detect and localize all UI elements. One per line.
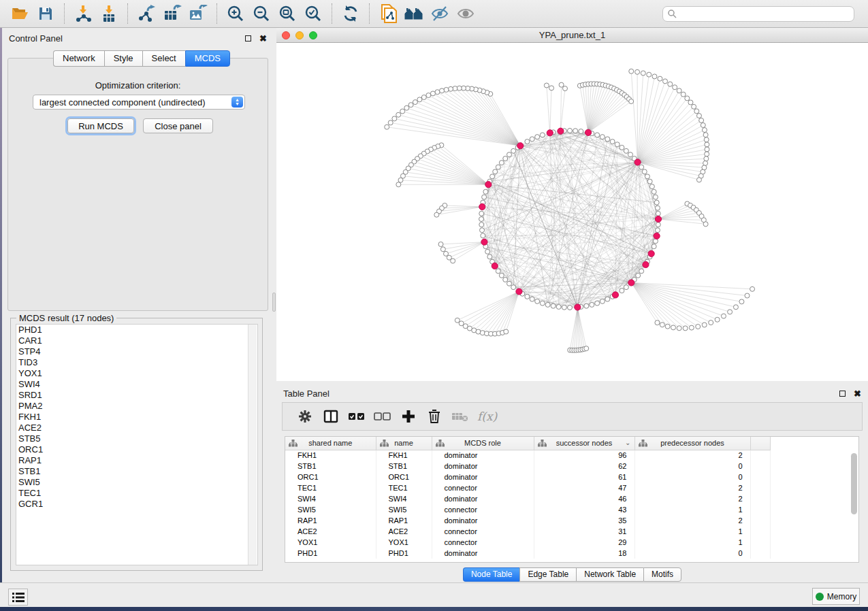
cell: 0 bbox=[634, 461, 750, 472]
network-window-title: YPA_prune.txt_1 bbox=[276, 30, 868, 40]
tab-edge-table[interactable]: Edge Table bbox=[519, 567, 576, 582]
run-mcds-button[interactable]: Run MCDS bbox=[67, 118, 134, 133]
mcds-result-item[interactable]: PMA2 bbox=[16, 401, 257, 412]
table-row[interactable]: RAP1RAP1dominator352 bbox=[285, 515, 770, 526]
dropdown-stepper-icon: ▲▼ bbox=[231, 97, 243, 108]
column-header[interactable]: shared name bbox=[285, 437, 376, 450]
table-row[interactable]: SWI4SWI4dominator462 bbox=[285, 493, 770, 504]
export-network-icon[interactable] bbox=[133, 2, 159, 25]
mcds-list-scrollbar[interactable] bbox=[248, 325, 257, 565]
table-row[interactable]: ORC1ORC1dominator610 bbox=[285, 472, 770, 482]
task-history-button[interactable] bbox=[8, 589, 28, 606]
cell: 43 bbox=[534, 504, 634, 515]
cell: connector bbox=[432, 526, 534, 537]
mcds-result-item[interactable]: TEC1 bbox=[16, 488, 257, 499]
refresh-icon[interactable] bbox=[338, 2, 364, 25]
mcds-result-item[interactable]: STB1 bbox=[16, 466, 257, 477]
zoom-out-icon[interactable] bbox=[248, 2, 274, 25]
table-panel: Table Panel ✖ bbox=[276, 383, 868, 582]
first-neighbors-icon[interactable] bbox=[401, 2, 427, 25]
table-row[interactable]: YOX1YOX1connector291 bbox=[285, 537, 770, 548]
search-icon bbox=[667, 9, 677, 18]
cell: 1 bbox=[634, 526, 750, 537]
tab-node-table[interactable]: Node Table bbox=[463, 567, 520, 582]
table-row[interactable]: STB1STB1dominator620 bbox=[285, 461, 770, 472]
search-input[interactable] bbox=[677, 9, 840, 18]
close-panel-icon[interactable]: ✖ bbox=[259, 35, 267, 42]
float-panel-icon[interactable] bbox=[839, 391, 846, 397]
deselect-all-icon[interactable] bbox=[370, 405, 396, 428]
cell: 1 bbox=[634, 504, 750, 515]
zoom-fit-icon[interactable] bbox=[274, 2, 300, 25]
close-panel-icon[interactable]: ✖ bbox=[854, 391, 861, 397]
mcds-result-item[interactable]: STB5 bbox=[16, 433, 257, 444]
memory-status-icon bbox=[816, 593, 824, 601]
table-row[interactable]: SWI5SWI5connector431 bbox=[285, 504, 770, 515]
table-scrollbar[interactable] bbox=[851, 453, 857, 514]
search-box[interactable] bbox=[662, 6, 854, 22]
cell: FKH1 bbox=[285, 450, 376, 461]
mcds-result-item[interactable]: CAR1 bbox=[16, 335, 257, 346]
tab-select[interactable]: Select bbox=[142, 50, 185, 67]
zoom-in-icon[interactable] bbox=[223, 2, 248, 25]
control-panel-tabs: NetworkStyleSelectMCDS bbox=[53, 50, 230, 67]
clone-network-icon[interactable] bbox=[375, 2, 401, 25]
zoom-selected-icon[interactable] bbox=[300, 2, 326, 25]
pane-resize-handle[interactable] bbox=[272, 293, 276, 312]
tab-style[interactable]: Style bbox=[104, 50, 142, 67]
memory-button[interactable]: Memory bbox=[812, 588, 860, 605]
mcds-result-item[interactable]: ACE2 bbox=[16, 423, 257, 433]
mcds-result-item[interactable]: RAP1 bbox=[16, 455, 257, 466]
mcds-result-item[interactable]: SRD1 bbox=[16, 390, 257, 401]
export-table-icon[interactable] bbox=[159, 2, 185, 25]
column-header[interactable]: successor nodes⌄ bbox=[534, 437, 634, 450]
hide-selected-icon[interactable] bbox=[427, 2, 453, 25]
network-canvas[interactable] bbox=[276, 43, 868, 381]
export-image-icon[interactable] bbox=[185, 2, 211, 25]
delete-column-icon[interactable] bbox=[421, 405, 447, 428]
network-window-titlebar[interactable]: YPA_prune.txt_1 bbox=[276, 28, 868, 43]
column-header[interactable]: predecessor nodes bbox=[634, 437, 750, 450]
mcds-result-item[interactable]: SWI5 bbox=[16, 477, 257, 488]
cell: SWI4 bbox=[285, 493, 376, 504]
table-row[interactable]: PHD1PHD1dominator180 bbox=[285, 548, 770, 559]
import-table-icon[interactable] bbox=[96, 2, 122, 25]
table-toolbar: f(x) bbox=[282, 402, 863, 431]
table-row[interactable]: FKH1FKH1dominator962 bbox=[285, 450, 770, 461]
show-all-icon[interactable] bbox=[453, 2, 479, 25]
table-panel-titlebar: Table Panel ✖ bbox=[276, 383, 868, 401]
mcds-result-item[interactable]: PHD1 bbox=[16, 325, 257, 335]
save-icon[interactable] bbox=[33, 2, 59, 25]
mcds-result-item[interactable]: FKH1 bbox=[16, 412, 257, 423]
cell: 96 bbox=[534, 450, 634, 461]
table-row[interactable]: TEC1TEC1connector472 bbox=[285, 482, 770, 493]
add-column-icon[interactable] bbox=[396, 405, 421, 428]
tab-mcds[interactable]: MCDS bbox=[185, 50, 230, 67]
cell: connector bbox=[432, 504, 534, 515]
mcds-result-item[interactable]: SWI4 bbox=[16, 379, 257, 390]
tab-motifs[interactable]: Motifs bbox=[643, 567, 681, 582]
column-header[interactable]: MCDS role bbox=[432, 437, 534, 450]
mcds-result-item[interactable]: STP4 bbox=[16, 346, 257, 357]
columns-icon[interactable] bbox=[318, 405, 344, 428]
float-panel-icon[interactable] bbox=[245, 35, 251, 42]
gear-icon[interactable] bbox=[292, 405, 318, 428]
toolbar-divider bbox=[369, 3, 370, 24]
mcds-result-item[interactable]: GCR1 bbox=[16, 499, 257, 510]
open-icon[interactable] bbox=[7, 2, 33, 25]
import-network-icon[interactable] bbox=[70, 2, 96, 25]
cell: ORC1 bbox=[285, 472, 376, 482]
criterion-dropdown[interactable]: largest connected component (undirected)… bbox=[33, 95, 245, 110]
mcds-result-list[interactable]: PHD1CAR1STP4TID3YOX1SWI4SRD1PMA2FKH1ACE2… bbox=[16, 324, 258, 565]
tab-network-table[interactable]: Network Table bbox=[576, 567, 643, 582]
mcds-result-item[interactable]: ORC1 bbox=[16, 444, 257, 455]
select-all-icon[interactable] bbox=[344, 405, 370, 428]
close-panel-button[interactable]: Close panel bbox=[143, 118, 213, 133]
cell: 35 bbox=[534, 515, 634, 526]
toolbar-divider bbox=[64, 3, 65, 24]
mcds-result-item[interactable]: TID3 bbox=[16, 357, 257, 368]
table-row[interactable]: ACE2ACE2connector311 bbox=[285, 526, 770, 537]
column-header[interactable]: name bbox=[376, 437, 432, 450]
mcds-result-item[interactable]: YOX1 bbox=[16, 368, 257, 379]
tab-network[interactable]: Network bbox=[53, 50, 104, 67]
